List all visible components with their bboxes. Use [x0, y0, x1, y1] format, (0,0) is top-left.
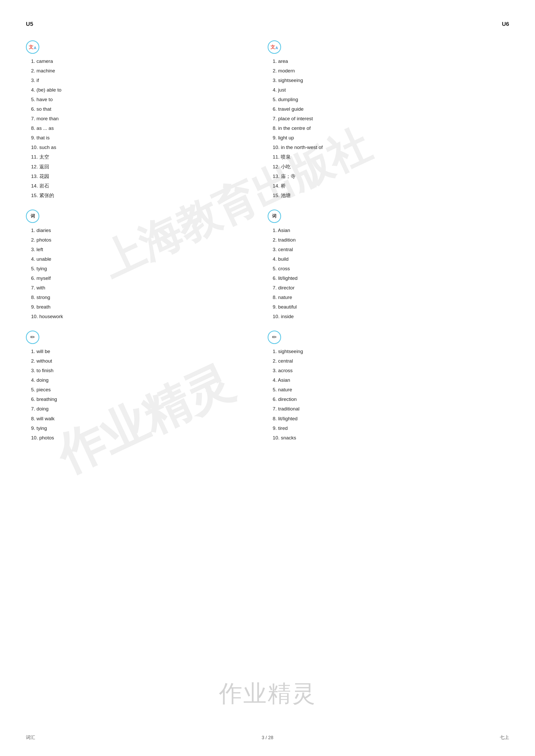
- u6-section-a-icon: 文A: [268, 40, 281, 54]
- logo-watermark: 作业精灵: [219, 678, 316, 710]
- list-item: 9. tired: [273, 423, 499, 433]
- u5-section-a-icon: 文A: [26, 40, 39, 54]
- list-item: 6. lit/lighted: [273, 273, 499, 283]
- u5-section-edit-icon: ✏: [26, 331, 39, 344]
- list-item: 8. strong: [31, 292, 257, 302]
- list-item: 7. with: [31, 283, 257, 292]
- list-item: 10. inside: [273, 312, 499, 321]
- list-item: 5. pieces: [31, 385, 257, 394]
- list-item: 4. doing: [31, 375, 257, 385]
- page-footer: 词汇 3 / 28 七上: [26, 734, 509, 741]
- u5-section-ci: 词 1. diaries 2. photos 3. left 4. unable…: [26, 209, 257, 321]
- list-item: 3. central: [273, 245, 499, 254]
- list-item: 2. modern: [273, 66, 499, 75]
- list-item: 7. director: [273, 283, 499, 292]
- list-item: 12. 小吃: [273, 162, 499, 172]
- list-item: 3. across: [273, 366, 499, 375]
- u6-section-a-list: 1. area 2. modern 3. sightseeing 4. just…: [268, 56, 499, 200]
- u5-section-a-list: 1. camera 2. machine 3. if 4. (be) able …: [26, 56, 257, 200]
- list-item: 1. Asian: [273, 226, 499, 235]
- list-item: 14. 岩石: [31, 181, 257, 191]
- list-item: 3. left: [31, 245, 257, 254]
- u6-wen-a-icon: 文A: [270, 44, 278, 50]
- list-item: 8. nature: [273, 292, 499, 302]
- u5-column: 文A 1. camera 2. machine 3. if 4. (be) ab…: [26, 40, 268, 452]
- u6-title: U6: [502, 21, 509, 27]
- list-item: 8. will walk: [31, 414, 257, 423]
- footer-section-label: 词汇: [26, 734, 35, 741]
- list-item: 10. such as: [31, 143, 257, 152]
- u6-section-ci: 词 1. Asian 2. tradition 3. central 4. bu…: [268, 209, 499, 321]
- pencil-icon: ✏: [30, 334, 35, 340]
- list-item: 10. snacks: [273, 433, 499, 443]
- list-item: 10. photos: [31, 433, 257, 443]
- list-item: 2. central: [273, 356, 499, 366]
- list-item: 2. machine: [31, 66, 257, 75]
- u5-section-edit: ✏ 1. will be 2. without 3. to finish 4. …: [26, 331, 257, 442]
- list-item: 11. 太空: [31, 152, 257, 162]
- list-item: 6. breathing: [31, 394, 257, 404]
- pencil-icon: ✏: [272, 334, 277, 340]
- list-item: 9. beautiful: [273, 302, 499, 312]
- list-item: 7. doing: [31, 404, 257, 414]
- list-item: 12. 返回: [31, 162, 257, 172]
- list-item: 7. place of interest: [273, 114, 499, 123]
- u6-column: 文A 1. area 2. modern 3. sightseeing 4. j…: [268, 40, 509, 452]
- list-item: 6. travel guide: [273, 104, 499, 114]
- list-item: 5. have to: [31, 94, 257, 104]
- list-item: 7. more than: [31, 114, 257, 123]
- u5-section-ci-list: 1. diaries 2. photos 3. left 4. unable 5…: [26, 226, 257, 321]
- list-item: 6. so that: [31, 104, 257, 114]
- list-item: 5. cross: [273, 264, 499, 273]
- list-item: 3. sightseeing: [273, 75, 499, 85]
- u6-section-ci-list: 1. Asian 2. tradition 3. central 4. buil…: [268, 226, 499, 321]
- footer-page-number: 3 / 28: [262, 735, 273, 741]
- list-item: 4. (be) able to: [31, 85, 257, 94]
- list-item: 1. will be: [31, 347, 257, 356]
- u6-section-edit-icon: ✏: [268, 331, 281, 344]
- page-header: U5 U6: [26, 21, 509, 27]
- list-item: 13. 庙；寺: [273, 172, 499, 181]
- u5-section-edit-list: 1. will be 2. without 3. to finish 4. do…: [26, 347, 257, 442]
- u6-section-edit-list: 1. sightseeing 2. central 3. across 4. A…: [268, 347, 499, 442]
- u6-section-ci-icon: 词: [268, 209, 281, 223]
- u6-section-edit: ✏ 1. sightseeing 2. central 3. across 4.…: [268, 331, 499, 442]
- list-item: 7. traditional: [273, 404, 499, 414]
- u6-section-a: 文A 1. area 2. modern 3. sightseeing 4. j…: [268, 40, 499, 200]
- list-item: 15. 紧张的: [31, 191, 257, 200]
- list-item: 2. without: [31, 356, 257, 366]
- list-item: 14. 桥: [273, 181, 499, 191]
- list-item: 8. lit/lighted: [273, 414, 499, 423]
- list-item: 9. breath: [31, 302, 257, 312]
- list-item: 8. as ... as: [31, 123, 257, 133]
- list-item: 1. sightseeing: [273, 347, 499, 356]
- u5-section-a: 文A 1. camera 2. machine 3. if 4. (be) ab…: [26, 40, 257, 200]
- list-item: 15. 池塘: [273, 191, 499, 200]
- list-item: 9. that is: [31, 133, 257, 143]
- list-item: 8. in the centre of: [273, 123, 499, 133]
- list-item: 9. light up: [273, 133, 499, 143]
- list-item: 5. nature: [273, 385, 499, 394]
- list-item: 4. build: [273, 254, 499, 264]
- list-item: 1. area: [273, 56, 499, 66]
- list-item: 11. 喷泉: [273, 152, 499, 162]
- list-item: 9. tying: [31, 423, 257, 433]
- footer-grade-label: 七上: [500, 734, 509, 741]
- list-item: 4. Asian: [273, 375, 499, 385]
- list-item: 4. unable: [31, 254, 257, 264]
- list-item: 5. dumpling: [273, 94, 499, 104]
- list-item: 5. tying: [31, 264, 257, 273]
- u5-wen-a-icon: 文A: [29, 44, 36, 50]
- list-item: 3. if: [31, 75, 257, 85]
- u5-title: U5: [26, 21, 33, 27]
- logo-text: 作业精灵: [219, 678, 316, 710]
- list-item: 2. tradition: [273, 235, 499, 245]
- list-item: 1. camera: [31, 56, 257, 66]
- u5-section-ci-icon: 词: [26, 209, 39, 223]
- list-item: 1. diaries: [31, 226, 257, 235]
- list-item: 10. in the north-west of: [273, 143, 499, 152]
- list-item: 4. just: [273, 85, 499, 94]
- main-content: 文A 1. camera 2. machine 3. if 4. (be) ab…: [26, 40, 509, 452]
- list-item: 2. photos: [31, 235, 257, 245]
- list-item: 10. housework: [31, 312, 257, 321]
